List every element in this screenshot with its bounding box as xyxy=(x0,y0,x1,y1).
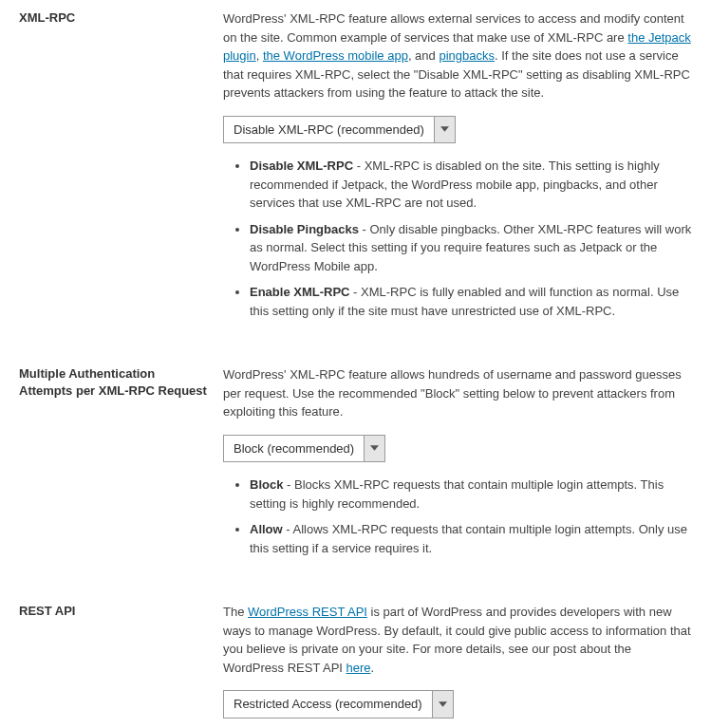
multiauth-options-list: Block - Blocks XML-RPC requests that con… xyxy=(223,476,692,557)
chevron-down-icon xyxy=(365,435,385,463)
restapi-select-value: Restricted Access (recommended) xyxy=(223,690,433,719)
link-here[interactable]: here xyxy=(346,661,371,675)
xmlrpc-content: WordPress' XML-RPC feature allows extern… xyxy=(223,9,692,327)
restapi-content: The WordPress REST API is part of WordPr… xyxy=(223,603,692,719)
list-item: Allow - Allows XML-RPC requests that con… xyxy=(250,520,692,557)
option-name: Enable XML-RPC xyxy=(250,285,349,299)
option-desc: - Allows XML-RPC requests that contain m… xyxy=(250,522,687,555)
list-item: Enable XML-RPC - XML-RPC is fully enable… xyxy=(250,283,692,320)
option-name: Allow xyxy=(250,522,283,536)
setting-multiple-auth: Multiple Authentication Attempts per XML… xyxy=(19,365,692,565)
multiauth-content: WordPress' XML-RPC feature allows hundre… xyxy=(223,365,692,565)
text: . xyxy=(371,661,375,675)
xmlrpc-label: XML-RPC xyxy=(19,9,223,327)
link-wordpress-mobile-app[interactable]: the WordPress mobile app xyxy=(263,48,408,63)
list-item: Disable XML-RPC - XML-RPC is disabled on… xyxy=(250,157,692,213)
option-desc: - Blocks XML-RPC requests that contain m… xyxy=(250,477,664,511)
text: , and xyxy=(408,48,440,63)
xmlrpc-options-list: Disable XML-RPC - XML-RPC is disabled on… xyxy=(223,157,692,320)
multiauth-select-value: Block (recommended) xyxy=(223,435,365,463)
xmlrpc-select[interactable]: Disable XML-RPC (recommended) xyxy=(223,116,692,144)
chevron-down-icon xyxy=(435,116,456,144)
option-name: Disable Pingbacks xyxy=(250,222,359,236)
text: , xyxy=(256,48,263,63)
multiauth-description: WordPress' XML-RPC feature allows hundre… xyxy=(223,365,692,421)
link-wordpress-rest-api[interactable]: WordPress REST API xyxy=(248,605,367,619)
restapi-description: The WordPress REST API is part of WordPr… xyxy=(223,603,692,677)
option-name: Disable XML-RPC xyxy=(250,159,353,173)
text: WordPress' XML-RPC feature allows extern… xyxy=(223,11,684,45)
list-item: Disable Pingbacks - Only disable pingbac… xyxy=(250,220,692,276)
setting-rest-api: REST API The WordPress REST API is part … xyxy=(19,603,692,719)
link-pingbacks[interactable]: pingbacks xyxy=(439,48,495,63)
restapi-select[interactable]: Restricted Access (recommended) xyxy=(223,690,692,719)
chevron-down-icon xyxy=(433,690,454,719)
xmlrpc-select-value: Disable XML-RPC (recommended) xyxy=(223,116,435,144)
xmlrpc-description: WordPress' XML-RPC feature allows extern… xyxy=(223,9,692,103)
multiauth-select[interactable]: Block (recommended) xyxy=(223,435,692,463)
setting-xmlrpc: XML-RPC WordPress' XML-RPC feature allow… xyxy=(19,9,692,327)
option-name: Block xyxy=(250,477,283,492)
restapi-label: REST API xyxy=(19,603,223,719)
text: The xyxy=(223,605,248,619)
multiauth-label: Multiple Authentication Attempts per XML… xyxy=(19,365,223,565)
list-item: Block - Blocks XML-RPC requests that con… xyxy=(250,476,692,513)
